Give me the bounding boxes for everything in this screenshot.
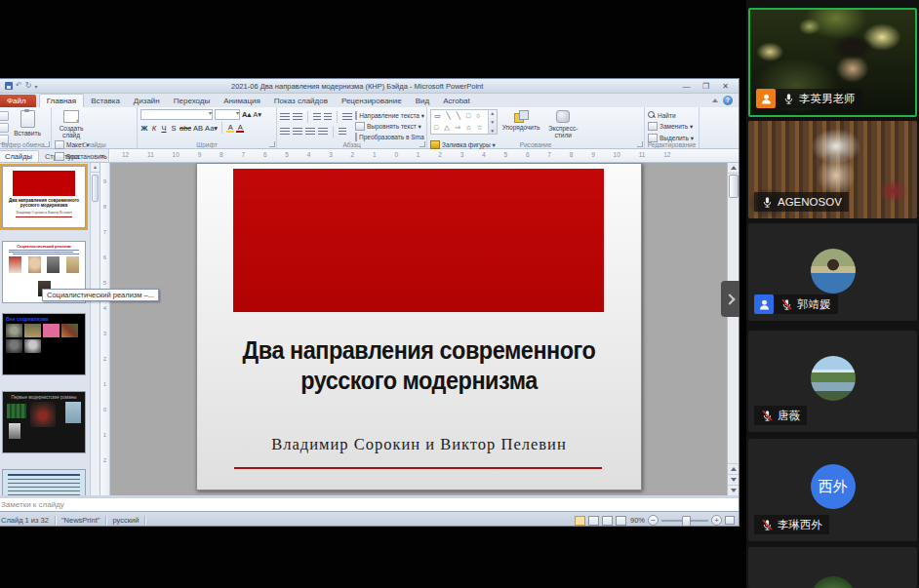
quick-styles-button[interactable]: Экспресс-стили bbox=[541, 109, 584, 138]
language-indicator[interactable]: русский bbox=[106, 516, 144, 525]
pane-scroll-up-icon[interactable]: ▲ bbox=[91, 163, 100, 173]
scroll-thumb[interactable] bbox=[729, 175, 739, 198]
sidebar-toggle-button[interactable] bbox=[721, 281, 739, 317]
slide-thumbnail-5[interactable] bbox=[2, 469, 86, 495]
reset-button[interactable]: Восстановить bbox=[55, 152, 107, 161]
strikethrough-button[interactable]: abc bbox=[180, 124, 191, 133]
slide-thumbnail-3[interactable]: Вне соцреализма bbox=[2, 313, 86, 375]
help-button[interactable]: ? bbox=[723, 96, 733, 105]
group-clipboard: Вставить Буфер обмена bbox=[0, 107, 52, 148]
indent-left-icon[interactable] bbox=[313, 113, 321, 121]
font-size-combo[interactable] bbox=[215, 109, 240, 120]
zoom-slider[interactable] bbox=[661, 520, 708, 522]
tab-insert[interactable]: Вставка bbox=[84, 95, 127, 107]
save-icon[interactable] bbox=[5, 82, 13, 90]
zoom-slider-thumb[interactable] bbox=[682, 516, 691, 528]
dialog-launcher-icon[interactable] bbox=[269, 141, 275, 147]
next-slide-button[interactable] bbox=[728, 474, 739, 485]
cut-icon[interactable] bbox=[0, 111, 9, 121]
scroll-up-icon[interactable] bbox=[728, 163, 739, 174]
participant-tile-1[interactable]: 李英男老师 bbox=[748, 8, 917, 117]
previous-slide-button[interactable] bbox=[728, 463, 739, 474]
char-spacing-button[interactable]: АВ bbox=[193, 124, 203, 133]
justify-icon[interactable] bbox=[318, 128, 328, 136]
underline-button[interactable]: Ч bbox=[160, 124, 168, 133]
slide-sorter-view-button[interactable] bbox=[588, 516, 599, 526]
shapes-gallery[interactable]: ▭ ╲ ╲ □ ○ □ △ ⇨ ⌂ ☆ ▲▼▼ bbox=[430, 109, 498, 135]
italic-button[interactable]: К bbox=[150, 124, 158, 133]
tab-view[interactable]: Вид bbox=[409, 95, 436, 107]
tab-review[interactable]: Рецензирование bbox=[335, 95, 409, 107]
arrange-button[interactable]: Упорядочить bbox=[502, 109, 539, 138]
change-case-button[interactable]: Аа▾ bbox=[205, 124, 218, 133]
align-text-button[interactable]: Выровнять текст ▾ bbox=[355, 122, 424, 131]
slide-canvas[interactable]: Два направления современного русского мо… bbox=[196, 163, 642, 490]
shrink-font-button[interactable]: А▾ bbox=[253, 110, 261, 119]
notes-area[interactable]: Заметки к слайду bbox=[0, 495, 739, 511]
tab-design[interactable]: Дизайн bbox=[127, 95, 167, 107]
tab-animations[interactable]: Анимация bbox=[217, 95, 267, 107]
normal-view-button[interactable] bbox=[575, 516, 585, 526]
tab-slideshow[interactable]: Показ слайдов bbox=[267, 95, 335, 107]
copy-icon[interactable] bbox=[0, 123, 9, 133]
dialog-launcher-icon[interactable] bbox=[44, 141, 50, 147]
highlight-color-button[interactable]: А bbox=[226, 123, 234, 133]
tab-acrobat[interactable]: Acrobat bbox=[436, 95, 477, 107]
powerpoint-window: ↶ ↻ ▾ 2021-06 Два направления модернизма… bbox=[0, 78, 739, 527]
slide-thumbnail-1[interactable]: Два направления современного русского мо… bbox=[2, 166, 86, 228]
tab-file[interactable]: Файл bbox=[0, 95, 36, 107]
paste-button[interactable]: Вставить bbox=[14, 109, 41, 138]
redo-icon[interactable]: ↻ bbox=[25, 82, 32, 90]
slideshow-view-button[interactable] bbox=[616, 516, 626, 526]
participant-tile-2[interactable]: AGENOSOV bbox=[748, 121, 917, 218]
font-color-button[interactable]: А bbox=[236, 123, 244, 133]
align-left-icon[interactable] bbox=[280, 128, 290, 136]
align-center-icon[interactable] bbox=[293, 128, 302, 136]
participant-tile-4[interactable]: 唐薇 bbox=[748, 331, 917, 432]
minimize-ribbon-icon[interactable] bbox=[712, 98, 718, 102]
grow-font-button[interactable]: А▴ bbox=[242, 110, 251, 119]
replace-button[interactable]: Заменить ▾ bbox=[648, 122, 694, 131]
slide-thumbnail-4[interactable]: Первые модернистские романы bbox=[2, 391, 86, 453]
scroll-down-icon[interactable] bbox=[728, 485, 739, 495]
line-spacing-icon[interactable] bbox=[342, 113, 352, 121]
tab-home[interactable]: Главная bbox=[39, 94, 84, 107]
font-name-combo[interactable] bbox=[140, 109, 213, 120]
theme-name[interactable]: "NewsPrint" bbox=[56, 516, 106, 525]
align-right-icon[interactable] bbox=[305, 128, 315, 136]
shapes-scroll[interactable]: ▲▼▼ bbox=[488, 110, 497, 134]
pane-scrollbar[interactable]: ▲ bbox=[90, 163, 100, 495]
convert-smartart-button[interactable]: Преобразовать в SmartArt ▾ bbox=[355, 133, 424, 141]
numbering-icon[interactable] bbox=[293, 113, 302, 121]
find-button[interactable]: Найти bbox=[648, 111, 694, 119]
tab-transitions[interactable]: Переходы bbox=[167, 95, 218, 107]
close-button[interactable]: ✕ bbox=[716, 81, 735, 92]
zoom-level[interactable]: 90% bbox=[629, 516, 645, 525]
minimize-button[interactable]: — bbox=[677, 81, 696, 92]
pane-tab-slides[interactable]: Слайды bbox=[0, 150, 39, 162]
text-direction-button[interactable]: Направление текста ▾ bbox=[355, 111, 424, 120]
zoom-out-button[interactable]: − bbox=[648, 515, 659, 526]
titlebar[interactable]: ↶ ↻ ▾ 2021-06 Два направления модернизма… bbox=[0, 79, 739, 94]
pane-scroll-thumb[interactable] bbox=[92, 175, 99, 202]
dialog-launcher-icon[interactable] bbox=[420, 141, 425, 147]
new-slide-button[interactable]: Создать слайд bbox=[55, 109, 88, 138]
text-shadow-button[interactable]: S bbox=[170, 124, 178, 133]
group-slides: Создать слайд Макет ▾ Восстановить Разде… bbox=[52, 107, 138, 148]
bold-button[interactable]: Ж bbox=[140, 124, 148, 133]
fit-to-window-button[interactable] bbox=[725, 516, 735, 525]
dialog-launcher-icon[interactable] bbox=[637, 141, 643, 147]
reading-view-button[interactable] bbox=[602, 516, 613, 526]
indent-right-icon[interactable] bbox=[324, 113, 332, 121]
restore-button[interactable]: ❐ bbox=[697, 81, 715, 92]
participant-tile-5[interactable]: 西外 李琳西外 bbox=[748, 439, 917, 541]
columns-icon[interactable] bbox=[339, 128, 346, 136]
undo-icon[interactable]: ↶ bbox=[16, 82, 22, 90]
editor-scrollbar[interactable] bbox=[727, 163, 739, 495]
participant-tile-3[interactable]: 郭靖媛 bbox=[748, 223, 917, 321]
zoom-in-button[interactable]: + bbox=[711, 515, 722, 526]
participant-avatar: 西外 bbox=[811, 464, 856, 509]
participant-tile-6[interactable] bbox=[748, 547, 917, 588]
bullets-icon[interactable] bbox=[280, 113, 290, 121]
slide-editor[interactable]: Два направления современного русского мо… bbox=[110, 163, 727, 495]
